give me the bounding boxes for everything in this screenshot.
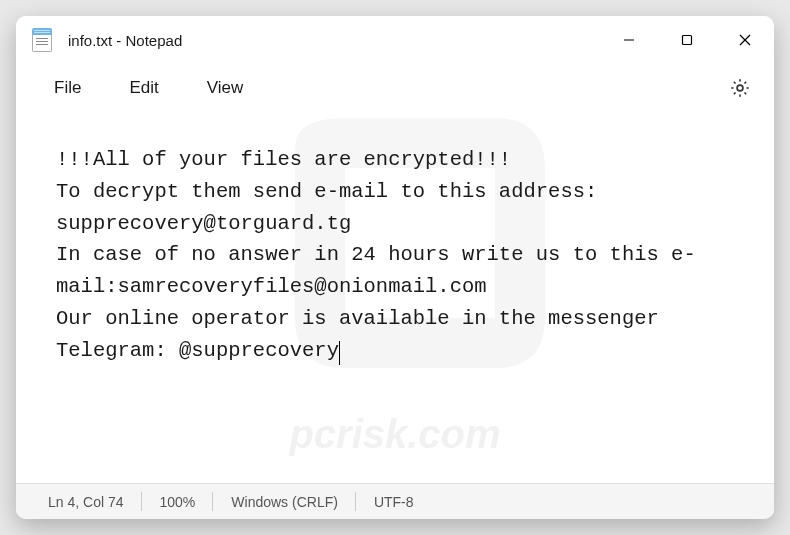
menu-edit[interactable]: Edit: [107, 72, 180, 104]
svg-point-5: [737, 85, 743, 91]
close-button[interactable]: [716, 16, 774, 64]
svg-rect-2: [683, 36, 692, 45]
gear-icon: [729, 77, 751, 99]
menu-file[interactable]: File: [32, 72, 103, 104]
text-editor[interactable]: !!!All of your files are encrypted!!! To…: [16, 112, 774, 483]
maximize-icon: [681, 34, 693, 46]
close-icon: [739, 34, 751, 46]
menubar: File Edit View: [16, 64, 774, 112]
status-position: Ln 4, Col 74: [24, 484, 142, 519]
titlebar: info.txt - Notepad: [16, 16, 774, 64]
notepad-icon: [32, 28, 52, 52]
status-line-ending: Windows (CRLF): [213, 484, 356, 519]
text-caret: [339, 341, 340, 365]
maximize-button[interactable]: [658, 16, 716, 64]
minimize-button[interactable]: [600, 16, 658, 64]
window-controls: [600, 16, 774, 64]
status-zoom: 100%: [142, 484, 214, 519]
minimize-icon: [623, 34, 635, 46]
status-encoding: UTF-8: [356, 484, 432, 519]
settings-button[interactable]: [722, 70, 758, 106]
editor-content: !!!All of your files are encrypted!!! To…: [56, 148, 696, 362]
statusbar: Ln 4, Col 74 100% Windows (CRLF) UTF-8: [16, 483, 774, 519]
notepad-window: pcrisk.com info.txt - Notepad File Edit …: [16, 16, 774, 519]
menu-view[interactable]: View: [185, 72, 266, 104]
window-title: info.txt - Notepad: [68, 32, 600, 49]
